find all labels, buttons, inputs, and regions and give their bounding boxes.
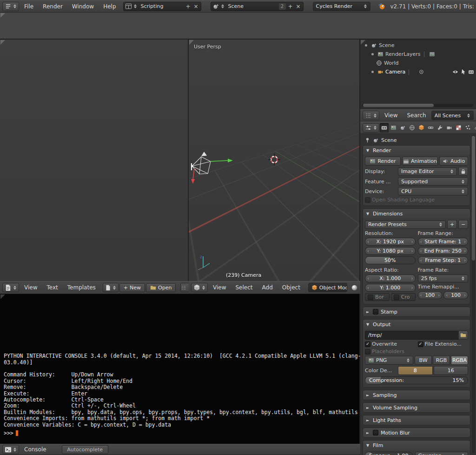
area-corner-widget[interactable] (0, 40, 5, 45)
outliner-row-world[interactable]: World (360, 59, 476, 67)
crop-toggle[interactable]: Cro (391, 293, 416, 301)
filter-type-select[interactable]: Gaussian (415, 452, 469, 455)
view3d-menu-view[interactable]: View (209, 284, 230, 291)
output-panel-header[interactable]: ▼ Output (363, 320, 470, 329)
aspect-y-field[interactable]: ‹Y: 1.000› (365, 284, 416, 292)
output-path-field[interactable]: /tmp/ (365, 331, 459, 340)
rgba-toggle[interactable]: RGBA (451, 356, 468, 365)
display-select[interactable]: Image Editor (398, 167, 457, 176)
disclosure-dot-icon[interactable] (371, 53, 374, 55)
file-format-select[interactable]: PNG (365, 356, 413, 365)
tab-object[interactable] (417, 123, 426, 133)
remove-preset-button[interactable]: − (458, 220, 468, 229)
properties-scrollbar[interactable] (472, 135, 475, 453)
file-extensions-checkbox[interactable]: ✓ (418, 341, 423, 347)
resolution-x-field[interactable]: ‹X: 1920 px› (365, 238, 416, 246)
scrollbar-thumb[interactable] (363, 104, 434, 107)
crop-checkbox[interactable] (394, 294, 399, 300)
outliner-hscrollbar[interactable] (362, 104, 473, 107)
outliner-row-renderlayers[interactable]: RenderLayers (360, 50, 476, 59)
open-text-button[interactable]: Open (146, 283, 176, 292)
scene-users-count[interactable]: 2 (279, 3, 286, 10)
tab-modifiers[interactable] (436, 123, 444, 133)
editor-type-button-3dview[interactable] (191, 283, 208, 292)
disclosure-dot-icon[interactable] (371, 71, 374, 73)
visibility-eye-icon[interactable] (452, 69, 458, 75)
outliner-scope-select[interactable]: All Scenes (431, 111, 474, 120)
aspect-x-field[interactable]: ‹X: 1.000› (365, 274, 416, 282)
screen-layout-selector[interactable]: Scripting + × (123, 2, 201, 11)
editor-type-button-properties[interactable] (363, 123, 379, 133)
3d-cursor[interactable] (268, 154, 280, 166)
tab-render-layers[interactable] (389, 123, 398, 133)
outliner-menu-view[interactable]: View (380, 112, 402, 119)
area-corner-widget[interactable] (0, 294, 5, 299)
text-datablock-selector[interactable] (103, 283, 119, 292)
view3d-menu-add[interactable]: Add (258, 284, 277, 291)
resolution-percentage-slider[interactable]: 50% (365, 256, 416, 264)
outliner-row-scene[interactable]: Scene (360, 41, 476, 50)
screen-layout-name[interactable]: Scripting (139, 3, 184, 9)
render-panel-header[interactable]: ▼ Render (363, 146, 470, 155)
editor-type-button-outliner[interactable] (363, 111, 379, 120)
output-path-browse-button[interactable] (458, 331, 468, 340)
time-remap-old-field[interactable]: ‹100› (418, 291, 443, 299)
motion-blur-checkbox[interactable] (373, 430, 378, 435)
selectable-cursor-icon[interactable] (460, 69, 466, 75)
animation-button[interactable]: Animation (402, 157, 438, 166)
editor-type-button-console[interactable] (2, 445, 19, 454)
light-paths-panel-header[interactable]: ► Light Paths (363, 415, 470, 425)
menu-window[interactable]: Window (68, 3, 98, 10)
viewport-area[interactable]: z User Persp (239) Camera (189, 40, 360, 281)
menu-help[interactable]: Help (99, 3, 120, 10)
lock-interface-button[interactable] (458, 167, 468, 176)
frame-step-field[interactable]: ‹Frame Step: 1› (418, 256, 469, 264)
bw-toggle[interactable]: BW (415, 356, 432, 365)
delete-scene-button[interactable]: × (295, 3, 302, 10)
audio-button[interactable]: Audio (439, 157, 468, 166)
tab-physics[interactable] (473, 123, 476, 133)
area-corner-widget[interactable] (361, 40, 365, 45)
tab-particles[interactable] (463, 123, 472, 133)
mode-select[interactable]: Object Mode (308, 283, 347, 292)
delete-layout-button[interactable]: × (193, 3, 199, 10)
start-frame-field[interactable]: ‹Start Frame: 1› (418, 238, 469, 246)
pin-icon[interactable] (364, 137, 370, 143)
placeholders-checkbox[interactable] (365, 349, 370, 355)
rgb-toggle[interactable]: RGB (433, 356, 450, 365)
render-restrict-camera-icon[interactable] (468, 69, 474, 75)
console-menu[interactable]: Console (20, 446, 51, 453)
scene-name[interactable]: Scene (226, 3, 278, 9)
editor-type-button-info[interactable] (2, 2, 19, 11)
scene-selector[interactable]: Scene 2 + × (211, 2, 304, 11)
depth-8-toggle[interactable]: 8 (398, 366, 433, 375)
add-scene-button[interactable]: + (287, 3, 294, 10)
tab-scene[interactable] (398, 123, 407, 133)
outliner-menu-search[interactable]: Search (403, 112, 430, 119)
volume-sampling-panel-header[interactable]: ► Volume Sampling (363, 403, 470, 412)
text-menu-templates[interactable]: Templates (63, 284, 100, 291)
autocomplete-button[interactable]: Autocomplete (62, 445, 108, 454)
render-presets-select[interactable]: Render Presets (365, 221, 446, 229)
tab-render[interactable] (380, 123, 389, 133)
camera-data-icon[interactable] (418, 69, 424, 75)
manipulator-red-arrow[interactable] (191, 168, 195, 184)
end-frame-field[interactable]: ‹End Fram: 250› (418, 247, 469, 255)
render-engine-select[interactable]: Cycles Render (313, 2, 370, 11)
renderable-icon[interactable] (429, 51, 435, 57)
menu-render[interactable]: Render (39, 3, 67, 10)
compression-slider[interactable]: Compression: 15% (365, 376, 468, 384)
device-select[interactable]: CPU (398, 187, 468, 195)
sampling-panel-header[interactable]: ► Sampling (363, 390, 470, 400)
overwrite-checkbox[interactable]: ✓ (365, 341, 370, 347)
motion-blur-panel-header[interactable]: ► Motion Blur (363, 428, 470, 437)
add-layout-button[interactable]: + (185, 3, 192, 10)
resolution-y-field[interactable]: ‹Y: 1080 px› (365, 247, 416, 255)
tab-object-data[interactable] (445, 123, 454, 133)
text-menu-text[interactable]: Text (42, 284, 62, 291)
exposure-slider[interactable]: Exposur... 1.00 (365, 452, 413, 455)
osl-checkbox[interactable] (365, 197, 370, 203)
editor-type-button-text[interactable] (2, 283, 19, 292)
area-corner-widget[interactable] (0, 13, 5, 18)
console-input-line[interactable]: >>> (4, 430, 18, 436)
